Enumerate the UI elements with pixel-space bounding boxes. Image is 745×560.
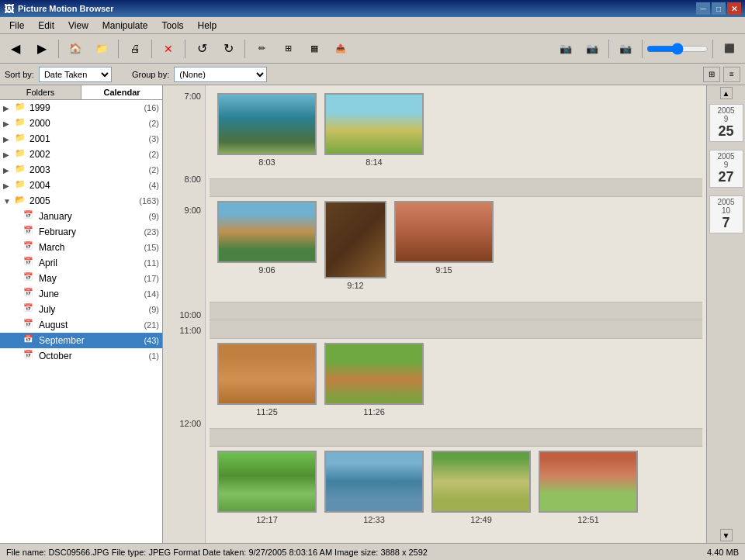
month-item-may[interactable]: 📅 May (17)	[0, 271, 162, 286]
photo-thumb-906[interactable]	[217, 201, 317, 263]
photo-item-1249[interactable]: 12:49	[431, 451, 531, 524]
photo-thumb-814[interactable]	[324, 93, 424, 155]
year-item-2005[interactable]: ▼ 📂 2005 (163)	[0, 193, 162, 209]
photo-grid[interactable]: 8:03 8:14 9:06	[206, 85, 706, 543]
month-item-february[interactable]: 📅 February (23)	[0, 224, 162, 240]
menu-manipulate[interactable]: Manipulate	[96, 19, 154, 33]
rotate-right-button[interactable]: ↻	[216, 37, 241, 60]
camera-button-2[interactable]: 📷	[580, 37, 605, 60]
scroll-up-button[interactable]: ▲	[720, 87, 733, 99]
photo-item-1251[interactable]: 12:51	[539, 451, 638, 524]
month-item-july[interactable]: 📅 July (9)	[0, 302, 162, 317]
view-button[interactable]: ▦	[302, 37, 327, 60]
year-item-1999[interactable]: ▶ 📁 1999 (16)	[0, 100, 162, 116]
forward-button[interactable]: ▶	[29, 37, 54, 60]
month-count-july: (9)	[149, 305, 159, 314]
menu-edit[interactable]: Edit	[32, 19, 61, 33]
scroll-down-button[interactable]: ▼	[720, 529, 733, 541]
time-labels-column: 7:00 8:00 9:00 10:00 11:00 12:00	[163, 85, 206, 543]
date-month-7: 10	[713, 206, 740, 215]
photo-thumb-1249[interactable]	[431, 451, 531, 513]
photos-row-11: 11:25 11:26	[210, 339, 702, 420]
photo-item-803[interactable]: 8:03	[217, 93, 317, 167]
adjust-button[interactable]: ⊞	[275, 37, 300, 60]
rotate-left-button[interactable]: ↺	[189, 37, 214, 60]
grid-view-button[interactable]: ⊞	[703, 67, 720, 82]
year-count-2001: (3)	[149, 134, 159, 143]
export-button[interactable]: 📤	[328, 37, 353, 60]
month-count-march: (15)	[144, 243, 159, 252]
list-view-button[interactable]: ≡	[723, 67, 740, 82]
date-marker-27[interactable]: 2005 9 27	[709, 150, 743, 188]
year-label-1999: 1999	[29, 102, 144, 113]
photo-item-1233[interactable]: 12:33	[324, 451, 424, 524]
month-icon-july: 📅	[23, 303, 36, 316]
photo-thumb-803[interactable]	[217, 93, 317, 155]
date-year-25: 2005	[713, 106, 740, 115]
photo-item-1126[interactable]: 11:26	[324, 343, 424, 417]
month-item-june[interactable]: 📅 June (14)	[0, 286, 162, 302]
photo-item-1217[interactable]: 12:17	[217, 451, 317, 524]
time-separator-11	[210, 320, 702, 339]
month-item-september[interactable]: 📅 September (43)	[0, 333, 162, 348]
menu-file[interactable]: File	[3, 19, 30, 33]
photo-thumb-1233[interactable]	[324, 451, 424, 513]
photo-thumb-1125[interactable]	[217, 343, 317, 405]
fullscreen-button[interactable]: ⬛	[717, 37, 742, 60]
photo-thumb-1251[interactable]	[539, 451, 638, 513]
photo-time-1233: 12:33	[363, 515, 385, 524]
maximize-button[interactable]: □	[712, 2, 726, 15]
month-item-april[interactable]: 📅 April (11)	[0, 255, 162, 271]
home-button[interactable]: 🏠	[63, 37, 88, 60]
photo-time-912: 9:12	[347, 281, 363, 290]
month-item-august[interactable]: 📅 August (21)	[0, 317, 162, 333]
sortbar: Sort by: Date Taken File Name File Size …	[0, 64, 745, 85]
date-marker-7[interactable]: 2005 10 7	[709, 195, 743, 233]
edit-button[interactable]: ✏	[249, 37, 274, 60]
minimize-button[interactable]: ─	[696, 2, 710, 15]
photo-item-1125[interactable]: 11:25	[217, 343, 317, 417]
toolbar-separator-6	[608, 40, 609, 58]
camera-button-1[interactable]: 📷	[553, 37, 578, 60]
month-label-february: February	[39, 226, 144, 237]
month-icon-april: 📅	[23, 257, 36, 269]
month-item-march[interactable]: 📅 March (15)	[0, 240, 162, 255]
photos-row-8: 8:03 8:14	[210, 89, 702, 171]
delete-button[interactable]: ✕	[156, 37, 181, 60]
photo-thumb-1126[interactable]	[324, 343, 424, 405]
month-label-october: October	[39, 351, 149, 361]
menu-help[interactable]: Help	[192, 19, 224, 33]
photo-thumb-912[interactable]	[324, 201, 386, 278]
menu-tools[interactable]: Tools	[156, 19, 190, 33]
sort-select[interactable]: Date Taken File Name File Size Date Modi…	[39, 67, 112, 82]
camera-button-3[interactable]: 📷	[613, 37, 638, 60]
year-item-2002[interactable]: ▶ 📁 2002 (2)	[0, 147, 162, 162]
tab-folders[interactable]: Folders	[0, 85, 81, 99]
month-icon-september: 📅	[23, 334, 36, 347]
month-item-january[interactable]: 📅 January (9)	[0, 209, 162, 224]
year-item-2001[interactable]: ▶ 📁 2001 (3)	[0, 131, 162, 147]
year-item-2000[interactable]: ▶ 📁 2000 (2)	[0, 116, 162, 131]
date-year-7: 2005	[713, 198, 740, 206]
photo-item-912[interactable]: 9:12	[324, 201, 386, 290]
zoom-slider[interactable]	[646, 41, 709, 57]
photo-item-814[interactable]: 8:14	[324, 93, 424, 167]
year-item-2003[interactable]: ▶ 📁 2003 (2)	[0, 162, 162, 178]
photo-item-906[interactable]: 9:06	[217, 201, 317, 290]
group-select[interactable]: (None) Date Month Year	[174, 67, 267, 82]
back-button[interactable]: ◀	[3, 37, 28, 60]
browse-button[interactable]: 📁	[89, 37, 114, 60]
print-button[interactable]: 🖨	[123, 37, 147, 60]
month-count-may: (17)	[144, 274, 159, 283]
month-label-january: January	[39, 211, 149, 222]
month-item-october[interactable]: 📅 October (1)	[0, 348, 162, 364]
year-label-2000: 2000	[29, 118, 149, 129]
photo-item-915[interactable]: 9:15	[394, 201, 494, 290]
photo-thumb-915[interactable]	[394, 201, 494, 263]
menu-view[interactable]: View	[62, 19, 95, 33]
photo-thumb-1217[interactable]	[217, 451, 317, 513]
tab-calendar[interactable]: Calendar	[81, 85, 162, 99]
year-item-2004[interactable]: ▶ 📁 2004 (4)	[0, 178, 162, 193]
close-button[interactable]: ✕	[727, 2, 741, 15]
date-marker-25[interactable]: 2005 9 25	[709, 104, 743, 142]
